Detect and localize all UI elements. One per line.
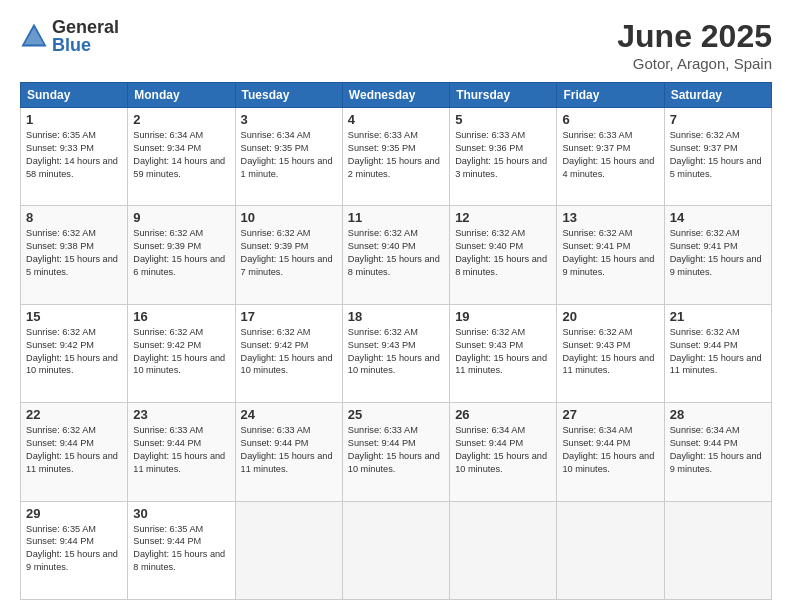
cell-info: Sunrise: 6:32 AMSunset: 9:41 PMDaylight:…: [670, 227, 766, 279]
col-monday: Monday: [128, 83, 235, 108]
table-row: 20Sunrise: 6:32 AMSunset: 9:43 PMDayligh…: [557, 304, 664, 402]
table-row: 6Sunrise: 6:33 AMSunset: 9:37 PMDaylight…: [557, 108, 664, 206]
table-row: 14Sunrise: 6:32 AMSunset: 9:41 PMDayligh…: [664, 206, 771, 304]
day-number: 21: [670, 309, 766, 324]
day-number: 9: [133, 210, 229, 225]
col-tuesday: Tuesday: [235, 83, 342, 108]
cell-info: Sunrise: 6:34 AMSunset: 9:44 PMDaylight:…: [562, 424, 658, 476]
table-row: 4Sunrise: 6:33 AMSunset: 9:35 PMDaylight…: [342, 108, 449, 206]
table-row: [235, 501, 342, 599]
table-row: 26Sunrise: 6:34 AMSunset: 9:44 PMDayligh…: [450, 403, 557, 501]
logo-text: General Blue: [52, 18, 119, 54]
table-row: [450, 501, 557, 599]
col-friday: Friday: [557, 83, 664, 108]
day-number: 15: [26, 309, 122, 324]
day-number: 18: [348, 309, 444, 324]
table-row: 8Sunrise: 6:32 AMSunset: 9:38 PMDaylight…: [21, 206, 128, 304]
day-number: 30: [133, 506, 229, 521]
cell-info: Sunrise: 6:34 AMSunset: 9:34 PMDaylight:…: [133, 129, 229, 181]
table-row: 30Sunrise: 6:35 AMSunset: 9:44 PMDayligh…: [128, 501, 235, 599]
cell-info: Sunrise: 6:33 AMSunset: 9:44 PMDaylight:…: [241, 424, 337, 476]
table-row: 22Sunrise: 6:32 AMSunset: 9:44 PMDayligh…: [21, 403, 128, 501]
cell-info: Sunrise: 6:32 AMSunset: 9:39 PMDaylight:…: [133, 227, 229, 279]
cell-info: Sunrise: 6:32 AMSunset: 9:39 PMDaylight:…: [241, 227, 337, 279]
table-row: 29Sunrise: 6:35 AMSunset: 9:44 PMDayligh…: [21, 501, 128, 599]
header: General Blue June 2025 Gotor, Aragon, Sp…: [20, 18, 772, 72]
calendar-row: 22Sunrise: 6:32 AMSunset: 9:44 PMDayligh…: [21, 403, 772, 501]
day-number: 2: [133, 112, 229, 127]
day-number: 7: [670, 112, 766, 127]
table-row: 7Sunrise: 6:32 AMSunset: 9:37 PMDaylight…: [664, 108, 771, 206]
day-number: 25: [348, 407, 444, 422]
table-row: 18Sunrise: 6:32 AMSunset: 9:43 PMDayligh…: [342, 304, 449, 402]
subtitle: Gotor, Aragon, Spain: [617, 55, 772, 72]
day-number: 12: [455, 210, 551, 225]
cell-info: Sunrise: 6:35 AMSunset: 9:33 PMDaylight:…: [26, 129, 122, 181]
day-number: 3: [241, 112, 337, 127]
table-row: 9Sunrise: 6:32 AMSunset: 9:39 PMDaylight…: [128, 206, 235, 304]
table-row: [342, 501, 449, 599]
cell-info: Sunrise: 6:33 AMSunset: 9:44 PMDaylight:…: [348, 424, 444, 476]
cell-info: Sunrise: 6:35 AMSunset: 9:44 PMDaylight:…: [133, 523, 229, 575]
cell-info: Sunrise: 6:33 AMSunset: 9:44 PMDaylight:…: [133, 424, 229, 476]
cell-info: Sunrise: 6:32 AMSunset: 9:38 PMDaylight:…: [26, 227, 122, 279]
cell-info: Sunrise: 6:33 AMSunset: 9:37 PMDaylight:…: [562, 129, 658, 181]
table-row: 2Sunrise: 6:34 AMSunset: 9:34 PMDaylight…: [128, 108, 235, 206]
table-row: 11Sunrise: 6:32 AMSunset: 9:40 PMDayligh…: [342, 206, 449, 304]
day-number: 29: [26, 506, 122, 521]
cell-info: Sunrise: 6:32 AMSunset: 9:41 PMDaylight:…: [562, 227, 658, 279]
table-row: 25Sunrise: 6:33 AMSunset: 9:44 PMDayligh…: [342, 403, 449, 501]
day-number: 22: [26, 407, 122, 422]
cell-info: Sunrise: 6:32 AMSunset: 9:40 PMDaylight:…: [455, 227, 551, 279]
logo: General Blue: [20, 18, 119, 54]
table-row: 19Sunrise: 6:32 AMSunset: 9:43 PMDayligh…: [450, 304, 557, 402]
day-number: 5: [455, 112, 551, 127]
cell-info: Sunrise: 6:35 AMSunset: 9:44 PMDaylight:…: [26, 523, 122, 575]
cell-info: Sunrise: 6:33 AMSunset: 9:35 PMDaylight:…: [348, 129, 444, 181]
table-row: 16Sunrise: 6:32 AMSunset: 9:42 PMDayligh…: [128, 304, 235, 402]
cell-info: Sunrise: 6:32 AMSunset: 9:42 PMDaylight:…: [133, 326, 229, 378]
col-saturday: Saturday: [664, 83, 771, 108]
day-number: 11: [348, 210, 444, 225]
day-number: 16: [133, 309, 229, 324]
table-row: 13Sunrise: 6:32 AMSunset: 9:41 PMDayligh…: [557, 206, 664, 304]
table-row: 10Sunrise: 6:32 AMSunset: 9:39 PMDayligh…: [235, 206, 342, 304]
day-number: 20: [562, 309, 658, 324]
table-row: 5Sunrise: 6:33 AMSunset: 9:36 PMDaylight…: [450, 108, 557, 206]
cell-info: Sunrise: 6:32 AMSunset: 9:43 PMDaylight:…: [562, 326, 658, 378]
table-row: 15Sunrise: 6:32 AMSunset: 9:42 PMDayligh…: [21, 304, 128, 402]
calendar-row: 8Sunrise: 6:32 AMSunset: 9:38 PMDaylight…: [21, 206, 772, 304]
calendar-row: 1Sunrise: 6:35 AMSunset: 9:33 PMDaylight…: [21, 108, 772, 206]
table-row: 24Sunrise: 6:33 AMSunset: 9:44 PMDayligh…: [235, 403, 342, 501]
day-number: 10: [241, 210, 337, 225]
table-row: 3Sunrise: 6:34 AMSunset: 9:35 PMDaylight…: [235, 108, 342, 206]
day-number: 23: [133, 407, 229, 422]
col-wednesday: Wednesday: [342, 83, 449, 108]
table-row: 17Sunrise: 6:32 AMSunset: 9:42 PMDayligh…: [235, 304, 342, 402]
main-title: June 2025: [617, 18, 772, 55]
day-number: 8: [26, 210, 122, 225]
day-number: 19: [455, 309, 551, 324]
cell-info: Sunrise: 6:34 AMSunset: 9:35 PMDaylight:…: [241, 129, 337, 181]
calendar-header-row: Sunday Monday Tuesday Wednesday Thursday…: [21, 83, 772, 108]
cell-info: Sunrise: 6:32 AMSunset: 9:40 PMDaylight:…: [348, 227, 444, 279]
table-row: 1Sunrise: 6:35 AMSunset: 9:33 PMDaylight…: [21, 108, 128, 206]
cell-info: Sunrise: 6:32 AMSunset: 9:37 PMDaylight:…: [670, 129, 766, 181]
table-row: 27Sunrise: 6:34 AMSunset: 9:44 PMDayligh…: [557, 403, 664, 501]
day-number: 6: [562, 112, 658, 127]
table-row: 12Sunrise: 6:32 AMSunset: 9:40 PMDayligh…: [450, 206, 557, 304]
table-row: 23Sunrise: 6:33 AMSunset: 9:44 PMDayligh…: [128, 403, 235, 501]
cell-info: Sunrise: 6:32 AMSunset: 9:42 PMDaylight:…: [26, 326, 122, 378]
day-number: 14: [670, 210, 766, 225]
cell-info: Sunrise: 6:33 AMSunset: 9:36 PMDaylight:…: [455, 129, 551, 181]
cell-info: Sunrise: 6:32 AMSunset: 9:44 PMDaylight:…: [670, 326, 766, 378]
day-number: 28: [670, 407, 766, 422]
cell-info: Sunrise: 6:34 AMSunset: 9:44 PMDaylight:…: [455, 424, 551, 476]
title-block: June 2025 Gotor, Aragon, Spain: [617, 18, 772, 72]
calendar-row: 29Sunrise: 6:35 AMSunset: 9:44 PMDayligh…: [21, 501, 772, 599]
cell-info: Sunrise: 6:32 AMSunset: 9:44 PMDaylight:…: [26, 424, 122, 476]
day-number: 26: [455, 407, 551, 422]
day-number: 24: [241, 407, 337, 422]
logo-icon: [20, 22, 48, 50]
calendar-table: Sunday Monday Tuesday Wednesday Thursday…: [20, 82, 772, 600]
